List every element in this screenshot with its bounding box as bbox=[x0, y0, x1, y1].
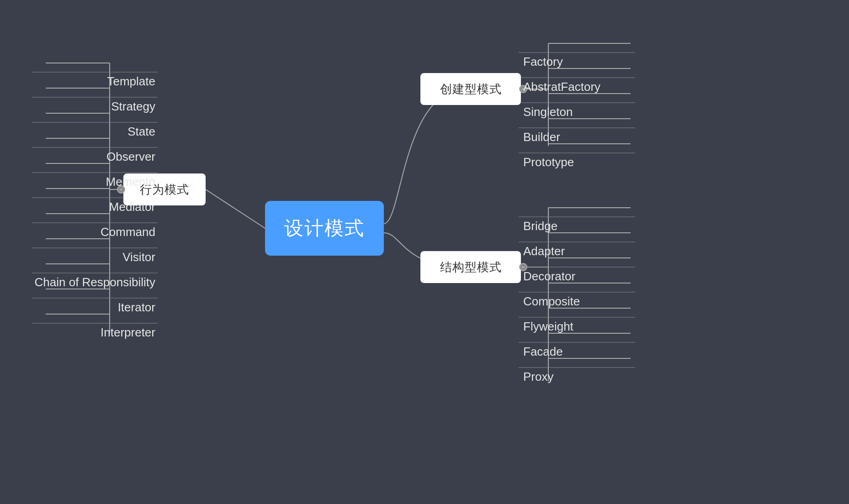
leaf-factory: Factory bbox=[523, 55, 563, 69]
leaf-state: State bbox=[34, 125, 155, 139]
leaf-adapter: Adapter bbox=[523, 244, 565, 258]
leaf-observer: Observer bbox=[34, 150, 155, 164]
structural-label: 结构型模式 bbox=[440, 259, 502, 275]
mid-node-structural[interactable]: 结构型模式 − bbox=[420, 251, 521, 283]
leaf-visitor: Visitor bbox=[34, 250, 155, 264]
leaf-abstratfactory: AbstratFactory bbox=[523, 80, 600, 94]
center-node[interactable]: 设计模式 bbox=[265, 201, 384, 256]
mid-node-creational[interactable]: 创建型模式 − bbox=[420, 73, 521, 105]
mindmap-canvas: 设计模式 创建型模式 − 结构型模式 − 行为模式 − Factory Abst… bbox=[0, 0, 849, 504]
leaf-flyweight: Flyweight bbox=[523, 320, 573, 334]
leaf-facade: Facade bbox=[523, 345, 563, 359]
creational-label: 创建型模式 bbox=[440, 81, 502, 97]
leaf-composite: Composite bbox=[523, 294, 580, 309]
leaf-interpreter: Interpreter bbox=[34, 326, 155, 340]
leaf-chain: Chain of Responsibility bbox=[34, 275, 155, 289]
leaf-command: Command bbox=[34, 225, 155, 239]
leaf-singleton: Singleton bbox=[523, 105, 573, 119]
leaf-strategy: Strategy bbox=[34, 100, 155, 114]
leaf-proxy: Proxy bbox=[523, 370, 553, 384]
leaf-builder: Builder bbox=[523, 130, 560, 144]
leaf-memento: Memento bbox=[34, 175, 155, 189]
leaf-mediator: Mediator bbox=[34, 200, 155, 214]
leaf-bridge: Bridge bbox=[523, 219, 557, 233]
center-label: 设计模式 bbox=[284, 215, 365, 241]
leaf-template: Template bbox=[34, 74, 155, 89]
leaf-prototype: Prototype bbox=[523, 155, 574, 169]
leaf-decorator: Decorator bbox=[523, 269, 575, 284]
leaf-iterator: Iterator bbox=[34, 300, 155, 315]
